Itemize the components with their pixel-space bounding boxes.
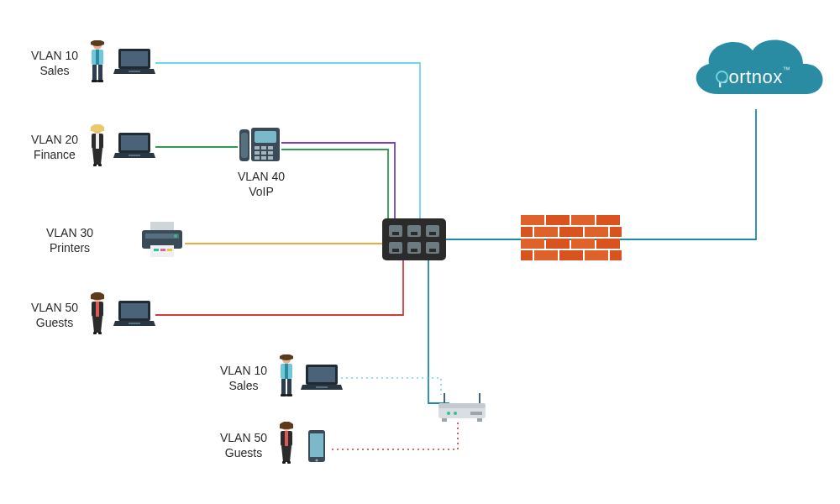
svg-rect-13 <box>93 164 97 166</box>
vlan20-line2: Finance <box>25 148 84 163</box>
svg-rect-9 <box>129 71 140 72</box>
person-icon <box>277 422 296 464</box>
firewall-icon <box>521 215 622 264</box>
printer-icon <box>139 220 186 262</box>
vlan20-finance-label: VLAN 20 Finance <box>25 133 84 162</box>
svg-rect-103 <box>310 433 323 457</box>
svg-rect-30 <box>268 156 273 160</box>
person-icon <box>88 292 107 334</box>
svg-rect-59 <box>429 249 436 252</box>
vlan10-sales-label: VLAN 10 Sales <box>25 49 84 78</box>
svg-rect-79 <box>479 393 480 405</box>
svg-rect-99 <box>285 431 288 446</box>
vlan10-line2: Sales <box>25 64 84 79</box>
wireless-router-icon <box>437 393 487 427</box>
svg-rect-91 <box>287 379 291 394</box>
svg-point-104 <box>315 459 318 461</box>
diagram-canvas: VLAN 10 Sales VLAN 20 Finance <box>0 0 840 504</box>
wifi-vlan10-line2: Sales <box>214 379 273 394</box>
svg-rect-78 <box>444 393 445 405</box>
svg-rect-55 <box>411 232 417 235</box>
wifi-vlan10-line1: VLAN 10 <box>214 364 273 379</box>
svg-rect-90 <box>281 379 286 394</box>
svg-rect-47 <box>382 218 446 260</box>
svg-rect-38 <box>167 249 172 251</box>
svg-rect-54 <box>392 232 399 235</box>
wifi-vlan50-guests-label: VLAN 50 Guests <box>214 431 273 460</box>
svg-rect-12 <box>96 134 99 149</box>
wifi-vlan10-sales-label: VLAN 10 Sales <box>214 364 273 393</box>
person-icon <box>277 354 296 396</box>
svg-rect-58 <box>411 249 417 252</box>
vlan30-printers-label: VLAN 30 Printers <box>40 226 99 255</box>
vlan40-line1: VLAN 40 <box>232 170 291 185</box>
svg-rect-81 <box>438 403 486 408</box>
svg-rect-95 <box>308 367 335 382</box>
svg-rect-74 <box>534 250 558 260</box>
svg-rect-62 <box>571 215 595 225</box>
svg-rect-57 <box>392 249 399 252</box>
svg-rect-45 <box>121 303 148 318</box>
svg-rect-29 <box>261 156 266 160</box>
svg-rect-73 <box>521 250 533 260</box>
svg-rect-43 <box>98 332 102 334</box>
vlan10-line1: VLAN 10 <box>25 49 84 64</box>
svg-rect-42 <box>93 332 97 334</box>
svg-rect-26 <box>261 151 266 155</box>
person-icon <box>88 124 107 166</box>
vlan40-voip-label: VLAN 40 VoIP <box>232 170 291 199</box>
svg-rect-76 <box>585 250 608 260</box>
svg-rect-27 <box>268 151 273 155</box>
svg-rect-84 <box>470 412 482 415</box>
svg-rect-4 <box>98 65 102 80</box>
svg-rect-31 <box>150 222 174 230</box>
vlan50-line2: Guests <box>25 316 84 331</box>
svg-rect-100 <box>282 461 286 464</box>
svg-rect-22 <box>255 146 260 150</box>
svg-rect-41 <box>96 302 99 317</box>
svg-rect-25 <box>255 151 260 155</box>
network-switch-icon <box>382 218 446 264</box>
laptop-icon <box>301 363 343 391</box>
svg-rect-71 <box>571 239 595 249</box>
svg-rect-21 <box>255 131 276 143</box>
laptop-icon <box>113 47 155 76</box>
svg-rect-46 <box>129 323 140 324</box>
vlan50-line1: VLAN 50 <box>25 301 84 316</box>
svg-rect-70 <box>546 239 570 249</box>
svg-rect-66 <box>559 227 583 237</box>
svg-rect-19 <box>241 133 248 158</box>
logo-o-accent-icon <box>716 71 728 83</box>
svg-point-34 <box>174 234 177 238</box>
svg-rect-85 <box>442 418 447 422</box>
vlan30-line2: Printers <box>40 241 99 256</box>
svg-rect-65 <box>534 227 558 237</box>
svg-rect-68 <box>610 227 622 237</box>
vlan50-guests-label: VLAN 50 Guests <box>25 301 84 330</box>
svg-rect-92 <box>281 394 286 396</box>
svg-rect-8 <box>121 51 148 66</box>
svg-point-83 <box>454 412 457 415</box>
svg-rect-17 <box>129 155 140 156</box>
laptop-icon <box>113 299 155 328</box>
svg-rect-64 <box>521 227 533 237</box>
person-icon <box>88 40 107 82</box>
voip-phone-icon <box>238 124 281 168</box>
svg-rect-63 <box>596 215 620 225</box>
svg-rect-6 <box>97 80 103 82</box>
vlan20-line1: VLAN 20 <box>25 133 84 148</box>
wifi-vlan50-line2: Guests <box>214 446 273 461</box>
svg-rect-75 <box>559 250 583 260</box>
svg-rect-28 <box>255 156 260 160</box>
svg-rect-14 <box>98 164 102 166</box>
svg-rect-56 <box>429 232 436 235</box>
vlan40-line2: VoIP <box>232 185 291 200</box>
smartphone-icon <box>307 428 327 467</box>
svg-rect-77 <box>610 250 622 260</box>
svg-rect-61 <box>546 215 570 225</box>
svg-rect-69 <box>521 239 544 249</box>
svg-rect-2 <box>96 50 99 65</box>
svg-rect-24 <box>268 146 273 150</box>
svg-rect-72 <box>596 239 620 249</box>
svg-rect-23 <box>261 146 266 150</box>
